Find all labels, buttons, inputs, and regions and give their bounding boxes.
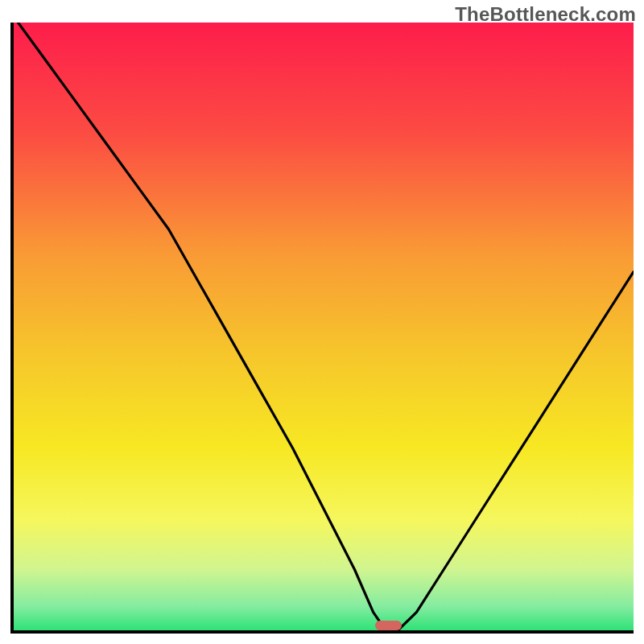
bottleneck-curve	[14, 23, 634, 630]
chart-canvas: TheBottleneck.com	[0, 0, 644, 644]
optimum-marker	[375, 621, 402, 630]
plot-area	[10, 23, 634, 634]
